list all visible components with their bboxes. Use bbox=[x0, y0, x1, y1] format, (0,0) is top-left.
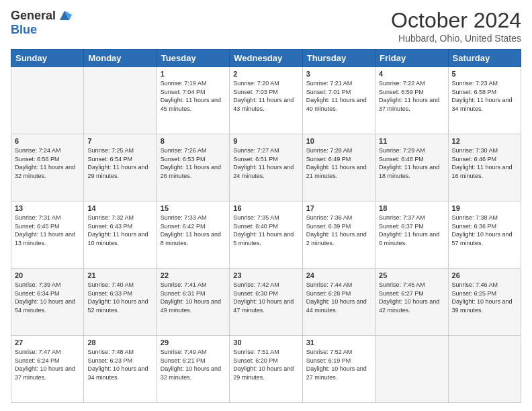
header: General Blue October 2024 Hubbard, Ohio,… bbox=[11, 8, 521, 44]
calendar-row-2: 6Sunrise: 7:24 AMSunset: 6:56 PMDaylight… bbox=[11, 134, 521, 201]
table-row: 21Sunrise: 7:40 AMSunset: 6:33 PMDayligh… bbox=[84, 269, 157, 336]
table-row: 24Sunrise: 7:44 AMSunset: 6:28 PMDayligh… bbox=[302, 269, 375, 336]
logo-icon bbox=[57, 8, 72, 23]
col-friday: Friday bbox=[375, 50, 448, 67]
table-row: 17Sunrise: 7:36 AMSunset: 6:39 PMDayligh… bbox=[302, 201, 375, 269]
day-number: 23 bbox=[233, 271, 298, 279]
table-row: 2Sunrise: 7:20 AMSunset: 7:03 PMDaylight… bbox=[230, 67, 302, 134]
table-row: 30Sunrise: 7:51 AMSunset: 6:20 PMDayligh… bbox=[230, 336, 302, 403]
day-info: Sunrise: 7:41 AMSunset: 6:31 PMDaylight:… bbox=[161, 281, 226, 314]
day-info: Sunrise: 7:28 AMSunset: 6:49 PMDaylight:… bbox=[306, 146, 371, 180]
day-number: 19 bbox=[452, 204, 517, 212]
table-row bbox=[375, 336, 448, 403]
day-info: Sunrise: 7:24 AMSunset: 6:56 PMDaylight:… bbox=[15, 146, 80, 180]
day-number: 9 bbox=[233, 137, 298, 145]
day-info: Sunrise: 7:32 AMSunset: 6:43 PMDaylight:… bbox=[87, 214, 152, 247]
table-row: 7Sunrise: 7:25 AMSunset: 6:54 PMDaylight… bbox=[84, 134, 157, 201]
day-info: Sunrise: 7:47 AMSunset: 6:24 PMDaylight:… bbox=[15, 348, 80, 381]
col-tuesday: Tuesday bbox=[157, 50, 229, 67]
table-row: 1Sunrise: 7:19 AMSunset: 7:04 PMDaylight… bbox=[157, 67, 229, 134]
table-row: 27Sunrise: 7:47 AMSunset: 6:24 PMDayligh… bbox=[11, 336, 84, 403]
day-number: 12 bbox=[452, 137, 517, 145]
day-info: Sunrise: 7:35 AMSunset: 6:40 PMDaylight:… bbox=[233, 214, 298, 247]
day-number: 31 bbox=[306, 338, 371, 347]
day-info: Sunrise: 7:45 AMSunset: 6:27 PMDaylight:… bbox=[379, 281, 444, 314]
table-row: 12Sunrise: 7:30 AMSunset: 6:46 PMDayligh… bbox=[448, 134, 521, 201]
day-number: 20 bbox=[15, 271, 80, 279]
col-saturday: Saturday bbox=[448, 50, 521, 67]
day-number: 10 bbox=[306, 137, 371, 145]
calendar-header-row: Sunday Monday Tuesday Wednesday Thursday… bbox=[11, 50, 521, 67]
day-info: Sunrise: 7:26 AMSunset: 6:53 PMDaylight:… bbox=[161, 146, 226, 180]
table-row: 28Sunrise: 7:48 AMSunset: 6:23 PMDayligh… bbox=[84, 336, 157, 403]
day-info: Sunrise: 7:23 AMSunset: 6:58 PMDaylight:… bbox=[452, 79, 517, 113]
page: General Blue October 2024 Hubbard, Ohio,… bbox=[0, 0, 532, 411]
table-row: 15Sunrise: 7:33 AMSunset: 6:42 PMDayligh… bbox=[157, 201, 229, 269]
day-info: Sunrise: 7:38 AMSunset: 6:36 PMDaylight:… bbox=[452, 214, 517, 247]
day-number: 11 bbox=[379, 137, 444, 145]
table-row bbox=[11, 67, 84, 134]
table-row: 9Sunrise: 7:27 AMSunset: 6:51 PMDaylight… bbox=[230, 134, 302, 201]
day-number: 22 bbox=[161, 271, 226, 279]
day-number: 21 bbox=[87, 271, 152, 279]
calendar-row-1: 1Sunrise: 7:19 AMSunset: 7:04 PMDaylight… bbox=[11, 67, 521, 134]
day-info: Sunrise: 7:48 AMSunset: 6:23 PMDaylight:… bbox=[87, 348, 152, 381]
table-row bbox=[448, 336, 521, 403]
table-row: 4Sunrise: 7:22 AMSunset: 6:59 PMDaylight… bbox=[375, 67, 448, 134]
table-row: 5Sunrise: 7:23 AMSunset: 6:58 PMDaylight… bbox=[448, 67, 521, 134]
day-info: Sunrise: 7:46 AMSunset: 6:25 PMDaylight:… bbox=[452, 281, 517, 314]
col-sunday: Sunday bbox=[11, 50, 84, 67]
table-row: 11Sunrise: 7:29 AMSunset: 6:48 PMDayligh… bbox=[375, 134, 448, 201]
table-row: 19Sunrise: 7:38 AMSunset: 6:36 PMDayligh… bbox=[448, 201, 521, 269]
day-info: Sunrise: 7:27 AMSunset: 6:51 PMDaylight:… bbox=[233, 146, 298, 180]
calendar-row-4: 20Sunrise: 7:39 AMSunset: 6:34 PMDayligh… bbox=[11, 269, 521, 336]
day-number: 15 bbox=[161, 204, 226, 212]
table-row: 29Sunrise: 7:49 AMSunset: 6:21 PMDayligh… bbox=[157, 336, 229, 403]
day-info: Sunrise: 7:21 AMSunset: 7:01 PMDaylight:… bbox=[306, 79, 371, 113]
day-number: 4 bbox=[379, 70, 444, 78]
day-number: 28 bbox=[87, 338, 152, 347]
table-row: 13Sunrise: 7:31 AMSunset: 6:45 PMDayligh… bbox=[11, 201, 84, 269]
day-number: 1 bbox=[161, 70, 226, 78]
month-title: October 2024 bbox=[391, 8, 521, 33]
table-row: 16Sunrise: 7:35 AMSunset: 6:40 PMDayligh… bbox=[230, 201, 302, 269]
table-row: 31Sunrise: 7:52 AMSunset: 6:19 PMDayligh… bbox=[302, 336, 375, 403]
table-row: 25Sunrise: 7:45 AMSunset: 6:27 PMDayligh… bbox=[375, 269, 448, 336]
day-info: Sunrise: 7:37 AMSunset: 6:37 PMDaylight:… bbox=[379, 214, 444, 247]
table-row: 20Sunrise: 7:39 AMSunset: 6:34 PMDayligh… bbox=[11, 269, 84, 336]
day-number: 30 bbox=[233, 338, 298, 347]
day-info: Sunrise: 7:19 AMSunset: 7:04 PMDaylight:… bbox=[161, 79, 226, 113]
day-number: 16 bbox=[233, 204, 298, 212]
table-row: 18Sunrise: 7:37 AMSunset: 6:37 PMDayligh… bbox=[375, 201, 448, 269]
day-number: 6 bbox=[15, 137, 80, 145]
day-number: 2 bbox=[233, 70, 298, 78]
day-info: Sunrise: 7:42 AMSunset: 6:30 PMDaylight:… bbox=[233, 281, 298, 314]
day-number: 27 bbox=[15, 338, 80, 347]
table-row: 3Sunrise: 7:21 AMSunset: 7:01 PMDaylight… bbox=[302, 67, 375, 134]
location-subtitle: Hubbard, Ohio, United States bbox=[391, 33, 521, 44]
day-info: Sunrise: 7:22 AMSunset: 6:59 PMDaylight:… bbox=[379, 79, 444, 113]
day-info: Sunrise: 7:36 AMSunset: 6:39 PMDaylight:… bbox=[306, 214, 371, 247]
calendar-row-5: 27Sunrise: 7:47 AMSunset: 6:24 PMDayligh… bbox=[11, 336, 521, 403]
table-row bbox=[84, 67, 157, 134]
title-section: October 2024 Hubbard, Ohio, United State… bbox=[391, 8, 521, 44]
day-number: 18 bbox=[379, 204, 444, 212]
day-info: Sunrise: 7:52 AMSunset: 6:19 PMDaylight:… bbox=[306, 348, 371, 381]
table-row: 10Sunrise: 7:28 AMSunset: 6:49 PMDayligh… bbox=[302, 134, 375, 201]
day-number: 17 bbox=[306, 204, 371, 212]
calendar-row-3: 13Sunrise: 7:31 AMSunset: 6:45 PMDayligh… bbox=[11, 201, 521, 269]
table-row: 26Sunrise: 7:46 AMSunset: 6:25 PMDayligh… bbox=[448, 269, 521, 336]
day-info: Sunrise: 7:29 AMSunset: 6:48 PMDaylight:… bbox=[379, 146, 444, 180]
day-number: 25 bbox=[379, 271, 444, 279]
table-row: 23Sunrise: 7:42 AMSunset: 6:30 PMDayligh… bbox=[230, 269, 302, 336]
day-number: 8 bbox=[161, 137, 226, 145]
day-info: Sunrise: 7:51 AMSunset: 6:20 PMDaylight:… bbox=[233, 348, 298, 381]
day-number: 5 bbox=[452, 70, 517, 78]
col-thursday: Thursday bbox=[302, 50, 375, 67]
day-info: Sunrise: 7:20 AMSunset: 7:03 PMDaylight:… bbox=[233, 79, 298, 113]
day-info: Sunrise: 7:40 AMSunset: 6:33 PMDaylight:… bbox=[87, 281, 152, 314]
table-row: 6Sunrise: 7:24 AMSunset: 6:56 PMDaylight… bbox=[11, 134, 84, 201]
day-info: Sunrise: 7:30 AMSunset: 6:46 PMDaylight:… bbox=[452, 146, 517, 180]
table-row: 22Sunrise: 7:41 AMSunset: 6:31 PMDayligh… bbox=[157, 269, 229, 336]
day-number: 29 bbox=[161, 338, 226, 347]
